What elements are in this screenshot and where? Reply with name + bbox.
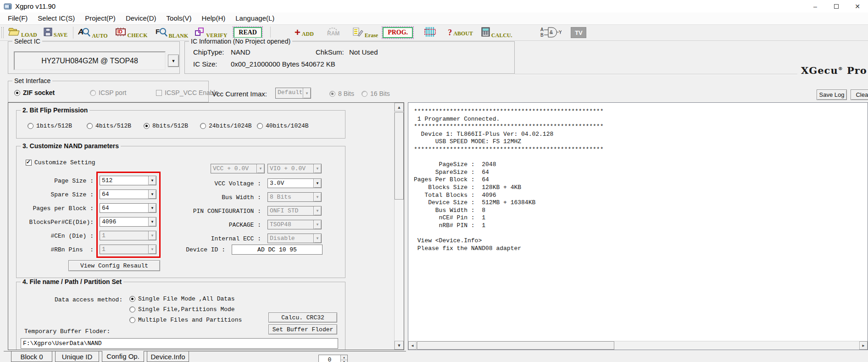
chevron-down-icon: ▼ — [256, 164, 264, 173]
blank-check-button[interactable]: F BLANK — [155, 27, 189, 39]
tv-mode-button[interactable]: TV — [571, 27, 586, 38]
set-buffer-folder-button[interactable]: Set Buffer Floder — [268, 324, 337, 334]
menu-select-ic[interactable]: Select IC(S) — [33, 12, 80, 24]
bits8-radio[interactable]: 8 Bits — [329, 90, 354, 97]
select-ic-title: Select IC — [12, 38, 42, 45]
vcc-voltage-select[interactable]: 3.0V▼ — [267, 178, 322, 188]
package-select[interactable]: TSOP48▼ — [267, 220, 322, 229]
bitflip-24bits-radio[interactable]: 24bits/1024B — [200, 123, 252, 129]
toolbar-grip — [1, 27, 4, 38]
bitflip-1bits-radio[interactable]: 1bits/512B — [28, 123, 72, 129]
scroll-up-button[interactable]: ▲ — [395, 103, 404, 111]
scroll-thumb[interactable] — [395, 112, 404, 200]
menu-project[interactable]: Project(P) — [80, 12, 121, 24]
bitflip-4bits-radio[interactable]: 4bits/512B — [87, 123, 131, 129]
selected-ic-value[interactable]: HY27UH084G2M @ TSOP48 — [14, 51, 166, 70]
logic-test-button[interactable]: AB&Y — [540, 26, 562, 39]
svg-text:ID: ID — [117, 29, 122, 34]
spinner-buttons[interactable]: ▲▼ — [340, 355, 347, 362]
spinner-value: 0 — [319, 355, 340, 362]
icsp-port-label: ICSP port — [99, 89, 126, 96]
spin-down-icon[interactable]: ▼ — [341, 360, 347, 362]
maximize-button[interactable] — [826, 0, 847, 12]
tab-device-info[interactable]: Device.Info — [147, 351, 189, 362]
scroll-right-button[interactable]: ► — [859, 341, 868, 350]
customize-setting-checkbox[interactable]: Customize Setting — [26, 159, 95, 166]
log-panel: ****************************************… — [408, 102, 868, 350]
read-button[interactable]: READ — [234, 27, 262, 38]
bitflip-24bits-label: 24bits/1024B — [209, 123, 252, 129]
erase-label: Erase — [365, 32, 378, 39]
temp-buffer-path-input[interactable] — [21, 338, 338, 349]
open-folder-icon — [8, 27, 20, 38]
block-count-spinner[interactable]: 0 ▲▼ — [318, 355, 348, 362]
bus-width-select[interactable]: 8 Bits▼ — [267, 192, 322, 202]
single-file-all-label: Single File Mode ,All Datas — [138, 295, 235, 302]
bits16-radio[interactable]: 16 Bits — [362, 90, 390, 97]
scroll-down-button[interactable]: ▼ — [395, 341, 404, 350]
ic-test-button[interactable] — [424, 27, 437, 39]
internal-ecc-select[interactable]: Disable▼ — [267, 234, 322, 243]
icsp-port-radio[interactable]: ICSP port — [90, 89, 126, 96]
rbn-pins-label: #RBn Pins : — [17, 246, 94, 253]
nand-params-group: 3. Customize NAND parameters Customize S… — [16, 146, 345, 278]
tab-block0[interactable]: Block 0 — [11, 351, 52, 362]
bitflip-40bits-radio[interactable]: 40bits/1024B — [257, 123, 309, 129]
chevron-down-icon: ▼ — [303, 88, 311, 98]
erase-icon — [352, 27, 363, 39]
set-interface-group: Set Interface ZIF socket ICSP port ICSP_… — [8, 81, 209, 102]
menu-help[interactable]: Help(H) — [197, 12, 231, 24]
menu-file[interactable]: File(F) — [3, 12, 33, 24]
logic-gate-icon: AB&Y — [540, 26, 562, 39]
vcc-offset-select[interactable]: VCC + 0.0V▼ — [211, 164, 265, 173]
vcc-imax-value: Default — [276, 88, 303, 98]
bitflip-8bits-radio[interactable]: 8bits/512B — [144, 123, 188, 129]
minimize-button[interactable]: – — [805, 0, 826, 12]
menu-tools[interactable]: Tools(V) — [161, 12, 197, 24]
xgecu-pro-logo: XGecu® Pro — [797, 64, 868, 78]
verify-button[interactable]: VERIFY — [195, 27, 227, 39]
page-size-label: Page Size : — [17, 178, 94, 184]
pin-config-select[interactable]: ONFI STD▼ — [267, 206, 322, 216]
vcc-imax-select[interactable]: Default ▼ — [275, 88, 311, 99]
config-panel-scrollbar[interactable]: ▲ ▼ — [394, 103, 404, 350]
view-config-button[interactable]: View Config Resault — [68, 260, 160, 271]
log-horizontal-scrollbar[interactable]: ◄ ► — [408, 341, 868, 350]
radio-dot-icon — [144, 123, 150, 129]
auto-button[interactable]: A AUTO — [78, 27, 107, 39]
single-file-partitions-radio[interactable]: Single File,Partitions Mode — [129, 306, 235, 313]
multiple-files-radio[interactable]: Multiple Files and Partitions — [129, 317, 242, 323]
scroll-left-button[interactable]: ◄ — [408, 341, 417, 350]
radio-dot-icon — [87, 123, 93, 129]
save-button[interactable]: SAVE — [44, 28, 67, 38]
calc-crc32-button[interactable]: Calcu. CRC32 — [268, 312, 337, 323]
add-button[interactable]: + ADD — [295, 28, 314, 37]
cen-die-label: #CEn (Die) : — [17, 233, 94, 239]
menu-language[interactable]: Language(L) — [230, 12, 279, 24]
menu-device[interactable]: Device(D) — [121, 12, 161, 24]
tab-config-op[interactable]: Config Op. — [102, 351, 144, 362]
bus-width-value: 8 Bits — [268, 193, 313, 201]
load-button[interactable]: LOAD — [8, 27, 37, 38]
about-button[interactable]: ? ABOUT — [448, 28, 473, 37]
device-id-input[interactable] — [232, 245, 323, 255]
chevron-down-icon: ▼ — [313, 179, 321, 188]
clear-log-button[interactable]: Clear — [851, 89, 868, 100]
scroll-thumb[interactable] — [417, 341, 614, 350]
single-file-all-radio[interactable]: Single File Mode ,All Datas — [129, 295, 235, 302]
save-log-button[interactable]: Save Log — [817, 89, 847, 100]
calculator-button[interactable]: CALCU. — [481, 27, 512, 39]
add-label: ADD — [302, 31, 314, 37]
bitflip-1bits-label: 1bits/512B — [36, 123, 72, 129]
close-button[interactable]: ✕ — [847, 0, 868, 12]
vio-offset-select[interactable]: VIO + 0.0V▼ — [267, 164, 322, 173]
prog-button[interactable]: PROG. — [383, 27, 413, 38]
icsp-vcc-checkbox[interactable]: ICSP_VCC Enable — [156, 89, 219, 96]
file-set-group: 4. File name / Path / Partition Set Data… — [16, 282, 345, 350]
zif-socket-radio[interactable]: ZIF socket — [14, 89, 55, 96]
check-id-button[interactable]: ID CHECK — [115, 27, 148, 39]
tab-unique-id[interactable]: Unique ID — [55, 351, 99, 362]
select-ic-dropdown-button[interactable]: ▼ — [168, 55, 179, 67]
erase-button[interactable]: Erase — [352, 27, 378, 39]
spin-up-icon[interactable]: ▲ — [341, 355, 347, 360]
